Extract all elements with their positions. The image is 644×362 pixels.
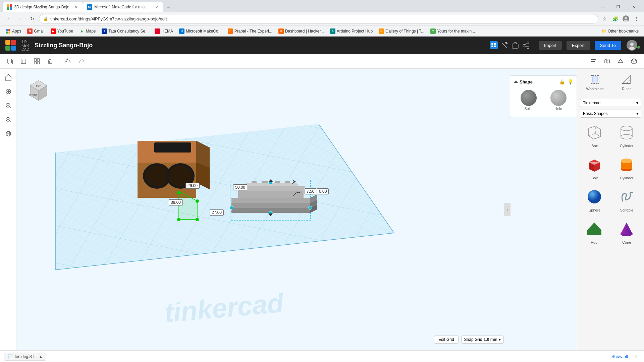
user-avatar[interactable]: [627, 40, 637, 51]
ruler-icon: [621, 74, 632, 85]
svg-point-106: [177, 191, 180, 194]
zoom-out-button[interactable]: [2, 114, 14, 126]
view-cube-button[interactable]: [628, 55, 640, 67]
3d-objects-svg: [17, 69, 577, 350]
bookmark-tcs[interactable]: T Tata Consultancy Se...: [99, 27, 151, 35]
back-button[interactable]: ‹: [3, 13, 13, 24]
viewport[interactable]: TOP FRONT: [17, 69, 577, 350]
hole-option[interactable]: Hole: [550, 90, 567, 111]
svg-rect-112: [592, 77, 598, 82]
bookmark-yours[interactable]: Y Yours for the makin...: [428, 27, 478, 35]
bookmark-gmail[interactable]: G Gmail: [24, 27, 47, 35]
bookmark-hema[interactable]: H HEMA: [152, 27, 176, 35]
bookmark-makecode[interactable]: M Microsoft MakeCo...: [176, 27, 224, 35]
perspective-button[interactable]: [2, 128, 14, 140]
bookmark-maps[interactable]: Maps: [76, 27, 98, 35]
close-button[interactable]: ✕: [626, 1, 641, 12]
flip-button[interactable]: [614, 55, 627, 67]
tab-tinkercad[interactable]: 3D design Sizzling Sango-Bojo | ✕: [3, 2, 83, 12]
forward-button[interactable]: ›: [15, 13, 25, 24]
status-close-button[interactable]: ✕: [632, 353, 640, 361]
shapes-provider-dropdown[interactable]: Tinkercad ▾: [580, 99, 641, 107]
export-button[interactable]: Export: [567, 41, 590, 50]
copy-button[interactable]: [4, 55, 16, 67]
shape-cylinder-solid[interactable]: Cylinder: [612, 153, 642, 182]
svg-marker-139: [587, 223, 601, 235]
svg-line-25: [525, 44, 527, 45]
hema-label: HEMA: [161, 29, 173, 34]
bookmark-youtube[interactable]: ▶ YouTube: [48, 27, 76, 35]
svg-point-28: [629, 47, 635, 50]
shape-box-wireframe[interactable]: Box: [580, 120, 609, 150]
project-title[interactable]: Sizzling Sango-Bojo: [35, 42, 93, 49]
other-bookmarks[interactable]: 📁 Other bookmarks: [599, 27, 641, 35]
zoom-fit-button[interactable]: [2, 85, 14, 98]
bookmark-apps[interactable]: Apps: [3, 27, 24, 35]
shape-box-solid[interactable]: Box: [580, 153, 609, 182]
pickaxe-icon[interactable]: [500, 41, 508, 49]
tab-favicon-2: M: [87, 4, 92, 10]
shapes-category-dropdown[interactable]: Basic Shapes ▾: [580, 110, 641, 118]
maximize-button[interactable]: ❐: [610, 1, 626, 12]
shape-cylinder-wireframe[interactable]: Cylinder: [612, 120, 642, 150]
tab-makecode[interactable]: M Microsoft MakeCode for micro:... ✕: [83, 2, 163, 12]
align-button[interactable]: [588, 55, 600, 67]
import-button[interactable]: Import: [539, 41, 562, 50]
bookmark-gallery[interactable]: G Gallery of Things | T...: [376, 27, 427, 35]
duplicate-button[interactable]: [17, 55, 30, 67]
chevron-up-icon: [514, 79, 518, 84]
shape-roof[interactable]: Roof: [580, 217, 609, 246]
file-chevron-up-icon[interactable]: ▲: [39, 354, 43, 359]
tinkercad-app: TINKERCAD Sizzling Sango-Bojo: [0, 37, 644, 362]
snap-dropdown-icon[interactable]: ▾: [499, 337, 501, 342]
arduino-icon: A: [330, 28, 335, 34]
bookmark-star-button[interactable]: ☆: [600, 14, 609, 23]
group-button[interactable]: [31, 55, 43, 67]
url-box[interactable]: 🔒 tinkercad.com/things/4iPFyG9m7cw-sizzl…: [39, 14, 598, 23]
solid-option[interactable]: Solid: [521, 90, 537, 111]
svg-point-21: [527, 42, 529, 44]
svg-rect-40: [591, 59, 596, 60]
shape-cone[interactable]: Cone: [612, 217, 642, 246]
dim-z: 0.00: [317, 188, 329, 194]
redo-button[interactable]: [75, 55, 88, 67]
bookmark-prabal[interactable]: P Prabal - The Experi...: [225, 27, 275, 35]
zoom-in-button[interactable]: [2, 100, 14, 112]
show-all-button[interactable]: Show all: [607, 353, 632, 360]
svg-point-99: [309, 206, 312, 209]
cone-icon: [616, 219, 637, 239]
bookmark-arduino[interactable]: A Arduino Project Hub: [327, 27, 375, 35]
tab-close-1[interactable]: ✕: [73, 4, 79, 10]
online-indicator: [637, 46, 640, 49]
tab-close-2[interactable]: ✕: [154, 4, 159, 10]
bookmark-hacker[interactable]: H Dashboard | Hacker...: [276, 27, 327, 35]
mirror-button[interactable]: [601, 55, 613, 67]
tinkercad-logo[interactable]: [4, 39, 17, 52]
reload-button[interactable]: ↻: [27, 13, 38, 24]
briefcase-icon[interactable]: [511, 41, 519, 49]
send-to-button[interactable]: Send To: [595, 41, 621, 50]
extensions-button[interactable]: 🧩: [610, 14, 620, 23]
svg-rect-30: [8, 59, 11, 63]
ruler-button[interactable]: Ruler: [611, 71, 642, 94]
minimize-button[interactable]: —: [595, 1, 610, 12]
panel-toggle-button[interactable]: ›: [504, 203, 511, 216]
grid-view-icon[interactable]: [490, 41, 498, 49]
lock-shape-icon[interactable]: 🔒: [559, 79, 565, 84]
svg-rect-41: [591, 61, 595, 62]
menu-button[interactable]: ⋮: [632, 14, 641, 23]
workplane-button[interactable]: Workplane: [580, 71, 610, 94]
shape-scribble[interactable]: Scribble: [612, 185, 642, 214]
share-icon[interactable]: [522, 41, 530, 49]
gmail-label: Gmail: [34, 29, 44, 34]
delete-button[interactable]: [44, 55, 56, 67]
svg-rect-16: [491, 46, 493, 47]
hacker-label: Dashboard | Hacker...: [285, 29, 324, 34]
profile-button[interactable]: [621, 14, 631, 23]
home-view-button[interactable]: [2, 71, 14, 83]
undo-button[interactable]: [62, 55, 74, 67]
edit-grid-button[interactable]: Edit Grid: [434, 336, 459, 344]
shape-sphere[interactable]: Sphere: [580, 185, 609, 214]
new-tab-button[interactable]: +: [163, 3, 173, 12]
light-shape-icon[interactable]: 💡: [568, 79, 573, 84]
